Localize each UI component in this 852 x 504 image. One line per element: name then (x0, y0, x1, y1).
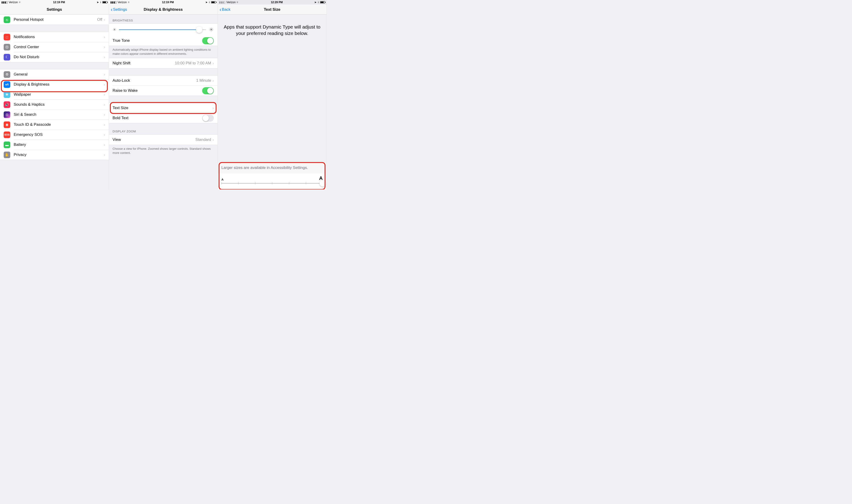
page-title: Text Size (264, 7, 280, 12)
chevron-right-icon: › (104, 92, 105, 97)
nav-bar: ‹ Settings Display & Brightness (109, 4, 218, 15)
slider-thumb[interactable] (196, 26, 202, 33)
clock: 12:19 PM (162, 1, 174, 4)
back-button[interactable]: ‹ Back (220, 7, 230, 12)
row-sounds-haptics[interactable]: 🔊 Sounds & Haptics › (0, 100, 109, 110)
row-display-brightness[interactable]: ᴀA Display & Brightness › (0, 79, 109, 89)
chevron-left-icon: ‹ (220, 7, 221, 12)
row-emergency-sos[interactable]: SOS Emergency SOS › (0, 130, 109, 140)
row-night-shift[interactable]: Night Shift 10:00 PM to 7:00 AM › (109, 58, 218, 68)
text-size-control: A A (218, 174, 326, 190)
siri-icon: ◎ (4, 111, 10, 118)
wifi-icon: ᯤ (237, 1, 239, 4)
chevron-right-icon: › (104, 55, 105, 59)
chevron-right-icon: › (104, 82, 105, 87)
row-siri-search[interactable]: ◎ Siri & Search › (0, 110, 109, 120)
carrier-label: Verizon (226, 1, 236, 4)
cell-value: 10:00 PM to 7:00 AM (175, 61, 211, 66)
cell-label: Personal Hotspot (14, 17, 97, 22)
location-icon: ➤ (205, 1, 208, 4)
display-zoom-header: DISPLAY ZOOM (109, 123, 218, 134)
hand-icon: ✋ (4, 151, 10, 158)
back-button[interactable]: ‹ Settings (111, 7, 127, 12)
chevron-right-icon: › (104, 102, 105, 107)
back-label: Settings (113, 7, 127, 12)
row-text-size[interactable]: Text Size › (109, 103, 218, 113)
battery-settings-icon: ▬ (4, 142, 10, 148)
row-privacy[interactable]: ✋ Privacy › (0, 150, 109, 160)
cell-label: General (14, 72, 104, 77)
chevron-right-icon: › (104, 72, 105, 77)
chevron-right-icon: › (212, 106, 214, 110)
signal-icon: ▮▮▮▯ (110, 1, 117, 4)
notifications-icon: □ (4, 34, 10, 40)
brightness-slider[interactable]: ☀ ☀ (109, 24, 218, 36)
row-battery[interactable]: ▬ Battery › (0, 140, 109, 150)
flower-icon: ❀ (4, 91, 10, 98)
cell-label: Night Shift (112, 61, 175, 66)
link-icon: ⎋ (4, 16, 10, 23)
cell-label: Siri & Search (14, 112, 104, 117)
row-notifications[interactable]: □ Notifications › (0, 32, 109, 42)
cell-label: Auto-Lock (112, 78, 196, 83)
row-wallpaper[interactable]: ❀ Wallpaper › (0, 89, 109, 100)
true-tone-footer: Automatically adapt iPhone display based… (109, 46, 218, 58)
chevron-right-icon: › (104, 45, 105, 50)
raise-to-wake-toggle[interactable] (202, 87, 214, 94)
clock: 12:29 PM (271, 1, 283, 4)
display-zoom-footer: Choose a view for iPhone. Zoomed shows l… (109, 145, 218, 157)
clock: 12:19 PM (53, 1, 65, 4)
signal-icon: ▮▮▮▯ (219, 1, 225, 4)
row-personal-hotspot[interactable]: ⎋ Personal Hotspot Off › (0, 15, 109, 25)
cell-label: Touch ID & Passcode (14, 122, 104, 127)
cell-label: Display & Brightness (14, 82, 104, 87)
row-general[interactable]: ⚙ General › (0, 69, 109, 79)
sun-large-icon: ☀ (209, 26, 214, 33)
larger-sizes-note: Larger sizes are available in Accessibil… (218, 163, 326, 174)
chevron-right-icon: › (104, 132, 105, 137)
slider-fill (119, 30, 199, 30)
nav-bar: ‹ Back Text Size (218, 4, 326, 15)
chevron-right-icon: › (104, 152, 105, 157)
text-size-screen: ▮▮▮▯ Verizon ᯤ 12:29 PM ➤ ᚼ ‹ Back Text … (218, 0, 327, 190)
battery-icon (102, 1, 107, 3)
row-control-center[interactable]: ⦿ Control Center › (0, 42, 109, 52)
page-title: Settings (47, 7, 62, 12)
settings-screen: ▮▮▮▯ Verizon ᯤ 12:19 PM ➤ ᚼ Settings ⎋ P… (0, 0, 109, 190)
display-brightness-screen: ▮▮▮▯ Verizon ᯤ 12:19 PM ➤ ᚼ ‹ Settings D… (109, 0, 218, 190)
row-do-not-disturb[interactable]: ☾ Do Not Disturb › (0, 52, 109, 62)
gear-icon: ⚙ (4, 71, 10, 78)
chevron-left-icon: ‹ (111, 7, 112, 12)
text-size-slider[interactable] (221, 183, 323, 183)
speaker-icon: 🔊 (4, 101, 10, 108)
cell-label: Battery (14, 142, 104, 147)
sos-icon: SOS (4, 131, 10, 138)
status-bar: ▮▮▮▯ Verizon ᯤ 12:29 PM ➤ ᚼ (218, 0, 326, 4)
row-view[interactable]: View Standard › (109, 135, 218, 145)
signal-icon: ▮▮▮▯ (1, 1, 8, 4)
wifi-icon: ᯤ (19, 1, 21, 4)
slider-track[interactable] (119, 30, 206, 30)
dynamic-type-description: Apps that support Dynamic Type will adju… (218, 15, 326, 46)
row-auto-lock[interactable]: Auto-Lock 1 Minute › (109, 75, 218, 86)
chevron-right-icon: › (212, 61, 214, 66)
chevron-right-icon: › (212, 138, 214, 142)
row-touchid-passcode[interactable]: ◉ Touch ID & Passcode › (0, 120, 109, 130)
true-tone-toggle[interactable] (202, 37, 214, 44)
cell-label: Do Not Disturb (14, 55, 104, 59)
slider-thumb[interactable] (319, 180, 326, 186)
status-bar: ▮▮▮▯ Verizon ᯤ 12:19 PM ➤ ᚼ (109, 0, 218, 4)
bold-text-toggle[interactable] (202, 114, 214, 122)
cell-label: Wallpaper (14, 92, 104, 97)
cell-value: Off (97, 17, 102, 22)
row-raise-to-wake: Raise to Wake (109, 86, 218, 96)
location-icon: ➤ (97, 1, 99, 4)
cell-label: Emergency SOS (14, 132, 104, 137)
nav-bar: Settings (0, 4, 109, 15)
row-true-tone: True Tone (109, 36, 218, 46)
cell-label: Control Center (14, 45, 104, 49)
carrier-label: Verizon (9, 1, 18, 4)
small-a-label: A (221, 178, 223, 181)
cell-value: Standard (195, 138, 211, 142)
fingerprint-icon: ◉ (4, 122, 10, 128)
